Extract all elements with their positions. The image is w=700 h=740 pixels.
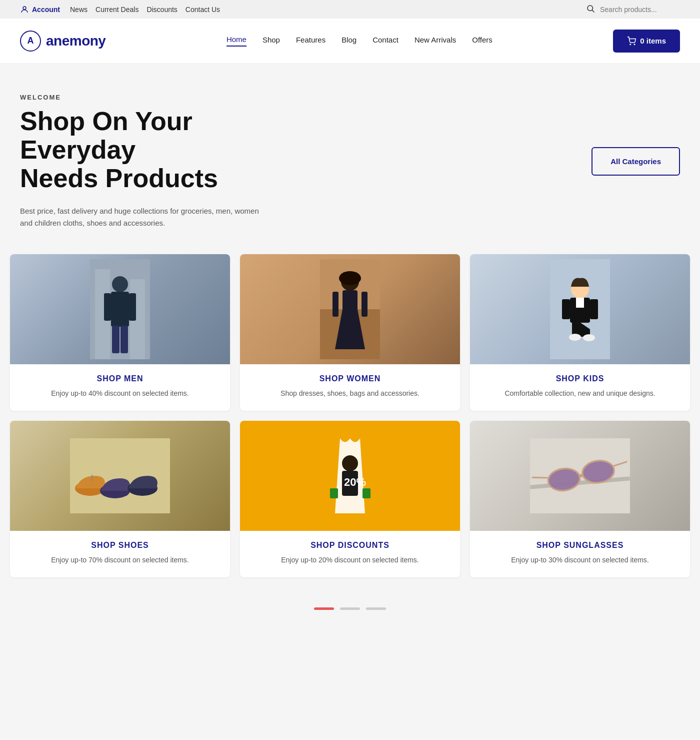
hero-title: Shop On Your Everyday Needs Products [20,107,300,193]
categories-grid: SHOP MEN Enjoy up-to 40% discount on sel… [10,254,690,577]
svg-point-3 [630,44,631,45]
sunglasses-card-title: SHOP SUNGLASSES [480,541,680,550]
sunglasses-card-desc: Enjoy up-to 30% discount on selected ite… [480,555,680,565]
svg-rect-26 [562,299,570,319]
women-card-body: SHOP WOMEN Shop dresses, shoes, bags and… [240,364,460,399]
svg-line-2 [592,10,594,12]
nav-links: Home Shop Features Blog Contact New Arri… [226,35,492,47]
bottom-indicators [0,597,700,620]
nav-home[interactable]: Home [226,35,246,47]
discounts-card-body: SHOP DISCOUNTS Enjoy up-to 20% discount … [240,531,460,565]
news-link[interactable]: News [70,6,88,14]
svg-rect-25 [576,298,584,308]
hero-cta: All Categories [592,147,680,176]
discounts-image: 20% [240,421,460,531]
women-card-title: SHOP WOMEN [250,374,450,383]
indicator-dot-3[interactable] [366,607,386,610]
svg-rect-31 [70,438,170,513]
svg-point-37 [342,455,358,471]
card-kids[interactable]: SHOP KIDS Comfortable collection, new an… [470,254,690,411]
women-figure-svg [320,259,380,359]
men-figure-svg [90,259,150,359]
kids-image [470,254,690,364]
discounts-svg: 20% [300,438,400,513]
discounts-card-desc: Enjoy up-to 20% discount on selected ite… [250,555,450,565]
sunglasses-image [470,421,690,531]
shoes-image [10,421,230,531]
men-card-body: SHOP MEN Enjoy up-to 40% discount on sel… [10,364,230,399]
shoes-card-title: SHOP SHOES [20,541,220,550]
top-bar: Account News Current Deals Discounts Con… [0,0,700,19]
svg-rect-20 [362,292,368,317]
kids-card-title: SHOP KIDS [480,374,680,383]
hero-content: WELCOME Shop On Your Everyday Needs Prod… [20,94,300,229]
top-bar-links: News Current Deals Discounts Contact Us [70,6,220,14]
logo-text: anemony [46,33,106,49]
sunglasses-card-body: SHOP SUNGLASSES Enjoy up-to 30% discount… [470,531,690,565]
svg-rect-13 [120,326,128,353]
men-card-desc: Enjoy up-to 40% discount on selected ite… [20,388,220,399]
card-men[interactable]: SHOP MEN Enjoy up-to 40% discount on sel… [10,254,230,411]
svg-rect-11 [129,293,136,321]
card-women[interactable]: SHOP WOMEN Shop dresses, shoes, bags and… [240,254,460,411]
nav-contact[interactable]: Contact [372,36,398,46]
svg-point-17 [339,271,361,285]
card-discounts[interactable]: 20% SHOP DISCOUNTS Enjoy up-to 20% disco… [240,421,460,577]
contact-us-link[interactable]: Contact Us [186,6,220,14]
account-label: Account [32,6,60,14]
shoes-card-body: SHOP SHOES Enjoy up-to 70% discount on s… [10,531,230,565]
card-shoes[interactable]: SHOP SHOES Enjoy up-to 70% discount on s… [10,421,230,577]
current-deals-link[interactable]: Current Deals [96,6,138,14]
logo-icon: A [20,31,41,52]
svg-point-4 [634,44,636,45]
search-input[interactable] [600,6,680,14]
svg-rect-12 [112,326,120,353]
svg-rect-33 [91,475,93,481]
shoes-card-desc: Enjoy up-to 70% discount on selected ite… [20,555,220,565]
main-nav: A anemony Home Shop Features Blog Contac… [0,19,700,64]
svg-point-8 [112,276,128,292]
kids-card-desc: Comfortable collection, new and unique d… [480,388,680,399]
cart-icon [627,37,636,46]
svg-rect-41 [362,488,370,498]
svg-point-30 [583,334,595,341]
account-link[interactable]: Account [20,5,60,14]
svg-point-29 [569,334,581,341]
svg-rect-27 [590,299,598,319]
men-card-title: SHOP MEN [20,374,220,383]
top-bar-left: Account News Current Deals Discounts Con… [20,5,220,14]
men-image [10,254,230,364]
all-categories-button[interactable]: All Categories [592,147,680,176]
nav-shop[interactable]: Shop [262,36,280,46]
logo[interactable]: A anemony [20,31,106,52]
discounts-card-title: SHOP DISCOUNTS [250,541,450,550]
indicator-dot-1[interactable] [314,607,334,610]
cart-button[interactable]: 0 items [613,30,680,53]
svg-rect-19 [332,292,338,317]
top-bar-right [586,4,680,15]
svg-point-1 [588,6,593,11]
hero-section: WELCOME Shop On Your Everyday Needs Prod… [0,64,700,249]
svg-text:20%: 20% [344,476,366,488]
hero-welcome: WELCOME [20,94,300,101]
hero-description: Best price, fast delivery and huge colle… [20,205,260,229]
women-card-desc: Shop dresses, shoes, bags and accessorie… [250,388,450,399]
women-image [240,254,460,364]
svg-rect-40 [330,488,338,498]
search-icon [586,4,595,15]
nav-features[interactable]: Features [296,36,326,46]
sunglasses-svg [530,438,630,513]
svg-point-0 [23,7,26,10]
svg-rect-9 [111,292,129,327]
nav-new-arrivals[interactable]: New Arrivals [414,36,456,46]
nav-blog[interactable]: Blog [342,36,356,46]
account-icon [20,5,29,14]
kids-figure-svg [550,259,610,359]
discounts-link[interactable]: Discounts [146,6,177,14]
shoes-svg [70,438,170,513]
card-sunglasses[interactable]: SHOP SUNGLASSES Enjoy up-to 30% discount… [470,421,690,577]
nav-offers[interactable]: Offers [472,36,492,46]
categories-section: SHOP MEN Enjoy up-to 40% discount on sel… [0,249,700,597]
svg-rect-10 [104,293,111,321]
indicator-dot-2[interactable] [340,607,360,610]
